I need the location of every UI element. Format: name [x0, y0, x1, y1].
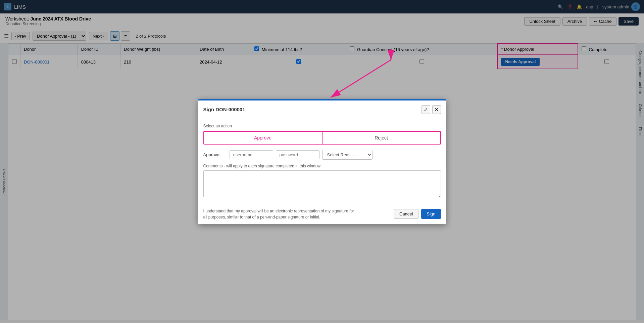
sign-modal: Sign DON-000001 ⤢ ✕ Select an action App… — [198, 99, 446, 224]
footer-buttons: Cancel Sign — [394, 209, 441, 219]
password-input[interactable] — [276, 150, 319, 159]
reason-select[interactable]: Select Reas... Standard Approval Overrid… — [322, 150, 373, 160]
modal-header: Sign DON-000001 ⤢ ✕ — [198, 100, 446, 118]
cancel-button[interactable]: Cancel — [394, 209, 418, 219]
footer-note: I understand that my approval will be an… — [203, 208, 358, 220]
comments-label: Comments - will apply to each signature … — [203, 164, 441, 168]
comments-textarea[interactable] — [203, 170, 441, 197]
expand-modal-button[interactable]: ⤢ — [422, 105, 430, 114]
close-modal-button[interactable]: ✕ — [432, 105, 441, 114]
modal-header-actions: ⤢ ✕ — [422, 105, 441, 114]
select-action-label: Select an action — [203, 124, 441, 128]
action-buttons: Approve Reject — [203, 131, 441, 145]
approval-row: Approval Select Reas... Standard Approva… — [203, 150, 441, 160]
sign-button[interactable]: Sign — [421, 209, 441, 219]
modal-overlay: Sign DON-000001 ⤢ ✕ Select an action App… — [0, 0, 644, 320]
approve-button[interactable]: Approve — [204, 132, 322, 144]
modal-footer: I understand that my approval will be an… — [198, 204, 446, 224]
approval-label: Approval — [203, 152, 227, 157]
modal-body: Select an action Approve Reject Approval… — [198, 118, 446, 204]
username-input[interactable] — [230, 150, 273, 159]
reject-button[interactable]: Reject — [322, 132, 440, 144]
modal-title: Sign DON-000001 — [203, 107, 245, 112]
